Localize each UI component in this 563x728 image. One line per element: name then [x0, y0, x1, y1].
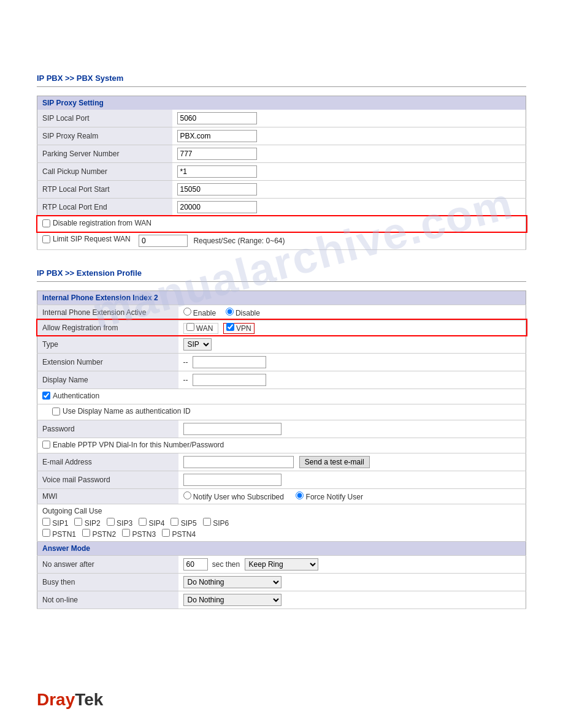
mwi-label: MWI	[37, 489, 178, 504]
rtp-port-start-value	[172, 181, 526, 199]
enable-radio-label[interactable]: Enable	[183, 309, 218, 317]
pstn2-checkbox[interactable]	[82, 529, 90, 537]
ext-number-value: --	[178, 353, 526, 371]
ext-active-value: Enable Disable	[178, 305, 526, 320]
pstn4-label[interactable]: PSTN4	[162, 529, 196, 539]
use-display-row: Use Display Name as authentication ID	[37, 404, 526, 420]
use-display-checkbox[interactable]	[52, 408, 60, 415]
rtp-port-end-label: RTP Local Port End	[37, 199, 172, 216]
call-pickup-value	[172, 163, 526, 181]
parking-server-label: Parking Server Number	[37, 145, 172, 163]
voicemail-input[interactable]	[183, 474, 282, 486]
type-label: Type	[37, 335, 178, 353]
email-value: Send a test e-mail	[178, 453, 526, 471]
email-label: E-mail Address	[37, 453, 178, 471]
rtp-port-end-input[interactable]	[177, 201, 257, 213]
auth-text: Authentication	[53, 392, 99, 400]
not-online-label: Not on-line	[37, 591, 178, 609]
sip6-label[interactable]: SIP6	[203, 518, 229, 528]
rtp-port-start-row: RTP Local Port Start	[37, 181, 526, 199]
type-select[interactable]: SIP	[183, 338, 212, 351]
rtp-port-end-row: RTP Local Port End	[37, 199, 526, 216]
sip3-checkbox[interactable]	[107, 518, 115, 526]
pbx-system-title: IP PBX >> PBX System	[37, 74, 526, 83]
extension-table: Internal Phone Extension Index 2 Interna…	[37, 290, 526, 610]
send-test-button[interactable]: Send a test e-mail	[299, 456, 370, 468]
sip4-label[interactable]: SIP4	[139, 518, 164, 528]
not-online-value: Do Nothing Voicemail Transfer	[178, 591, 526, 609]
sip-proxy-realm-label: SIP Proxy Realm	[37, 127, 172, 145]
sip-local-port-row: SIP Local Port	[37, 110, 526, 127]
vpn-checkbox[interactable]	[226, 323, 234, 331]
draytek-tek: Tek	[75, 690, 103, 709]
sip6-checkbox[interactable]	[203, 518, 211, 526]
password-input[interactable]	[183, 423, 282, 435]
voicemail-label: Voice mail Password	[37, 471, 178, 489]
type-row: Type SIP	[37, 335, 526, 353]
not-online-select[interactable]: Do Nothing Voicemail Transfer	[183, 594, 282, 606]
auth-checkbox-label[interactable]: Authentication	[42, 392, 99, 400]
disable-registration-label[interactable]: Disable registration from WAN	[42, 219, 151, 227]
password-label: Password	[37, 420, 178, 438]
disable-registration-row: Disable registration from WAN	[37, 216, 526, 232]
sip4-checkbox[interactable]	[139, 518, 147, 526]
sip5-label[interactable]: SIP5	[170, 518, 196, 528]
rtp-port-start-label: RTP Local Port Start	[37, 181, 172, 199]
call-pickup-input[interactable]	[177, 165, 257, 178]
pstn2-label[interactable]: PSTN2	[82, 529, 116, 539]
pstn4-checkbox[interactable]	[162, 529, 170, 537]
allow-reg-label: Allow Registration from	[37, 320, 178, 335]
pptp-cell: Enable PPTP VPN Dial-In for this Number/…	[37, 438, 526, 453]
voicemail-value	[178, 471, 526, 489]
sip2-label[interactable]: SIP2	[74, 518, 100, 528]
limit-sip-input[interactable]	[139, 235, 188, 247]
pptp-checkbox[interactable]	[42, 441, 50, 449]
force-notify-radio[interactable]	[296, 491, 304, 499]
force-notify-radio-label[interactable]: Force Notify User	[296, 493, 363, 501]
pptp-checkbox-label[interactable]: Enable PPTP VPN Dial-In for this Number/…	[42, 441, 224, 449]
display-name-input[interactable]	[193, 374, 266, 386]
sip-proxy-realm-value	[172, 127, 526, 145]
limit-sip-row: Limit SIP Request WAN Request/Sec (Range…	[37, 232, 526, 249]
pstn-checkboxes-container: PSTN1 PSTN2 PSTN3 PSTN4	[42, 529, 521, 539]
rtp-port-end-value	[172, 199, 526, 216]
vpn-checkbox-label[interactable]: VPN	[223, 323, 255, 334]
wan-checkbox-label[interactable]: WAN	[183, 323, 218, 334]
pstn1-label[interactable]: PSTN1	[42, 529, 76, 539]
sip-local-port-input[interactable]	[177, 112, 257, 124]
limit-sip-label-wrap[interactable]: Limit SIP Request WAN	[42, 235, 131, 243]
limit-sip-checkbox[interactable]	[42, 235, 50, 243]
email-input[interactable]	[183, 456, 294, 468]
disable-radio-label[interactable]: Disable	[226, 309, 260, 317]
pstn3-checkbox[interactable]	[122, 529, 130, 537]
display-name-value: --	[178, 371, 526, 389]
wan-checkbox[interactable]	[186, 323, 194, 331]
ext-number-input[interactable]	[193, 356, 266, 368]
pstn1-checkbox[interactable]	[42, 529, 50, 537]
sip1-checkbox[interactable]	[42, 518, 50, 526]
allow-reg-value: WAN VPN	[178, 320, 526, 335]
auth-cell: Authentication	[37, 389, 526, 404]
sip-local-port-value	[172, 110, 526, 127]
sip1-label[interactable]: SIP1	[42, 518, 68, 528]
sip2-checkbox[interactable]	[74, 518, 82, 526]
no-answer-input[interactable]	[183, 558, 208, 571]
notify-radio[interactable]	[183, 491, 191, 499]
auth-checkbox[interactable]	[42, 392, 50, 400]
sip5-checkbox[interactable]	[170, 518, 178, 526]
disable-registration-checkbox[interactable]	[42, 219, 50, 227]
enable-label-text: Enable	[193, 309, 216, 317]
no-answer-row: No answer after sec then Keep Ring Voice…	[37, 556, 526, 574]
disable-radio[interactable]	[226, 308, 234, 316]
use-display-checkbox-label[interactable]: Use Display Name as authentication ID	[52, 407, 191, 415]
no-answer-select[interactable]: Keep Ring Voicemail Transfer	[245, 558, 318, 571]
pstn3-label[interactable]: PSTN3	[122, 529, 156, 539]
sip3-label[interactable]: SIP3	[107, 518, 132, 528]
sip-proxy-realm-input[interactable]	[177, 130, 257, 142]
rtp-port-start-input[interactable]	[177, 183, 257, 195]
notify-radio-label[interactable]: Notify User who Subscribed	[183, 493, 286, 501]
busy-select[interactable]: Do Nothing Voicemail Transfer	[183, 576, 282, 588]
enable-radio[interactable]	[183, 308, 191, 316]
limit-sip-text: Limit SIP Request WAN	[53, 235, 131, 243]
parking-server-input[interactable]	[177, 148, 257, 160]
